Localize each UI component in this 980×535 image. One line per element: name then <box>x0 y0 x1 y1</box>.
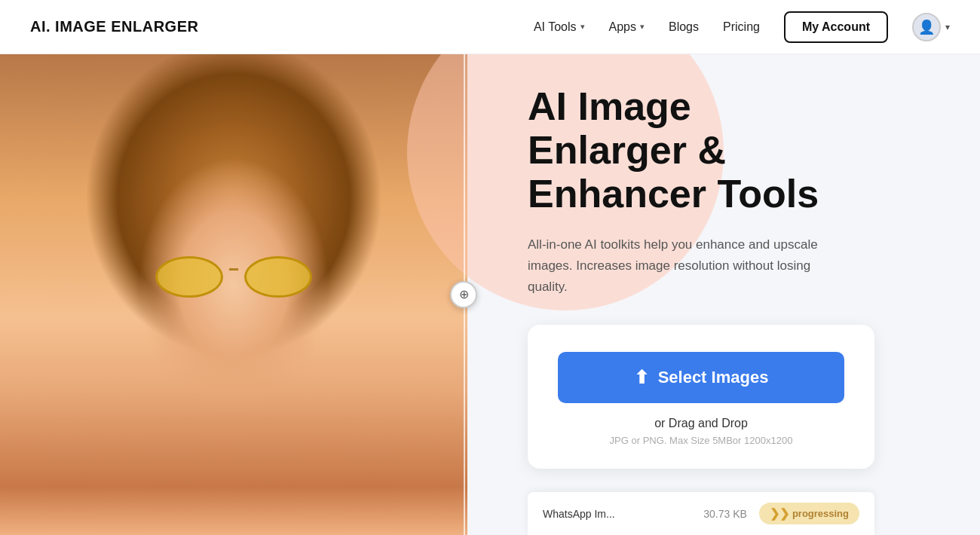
avatar[interactable]: 👤 <box>912 13 941 41</box>
hero-image <box>0 54 467 535</box>
progress-item: WhatsApp Im... 30.73 KB ❯❯ progressing <box>528 492 874 535</box>
drag-drop-text: or Drag and Drop <box>558 417 844 430</box>
progress-chevron-icon: ❯❯ <box>770 506 789 521</box>
avatar-chevron-icon: ▾ <box>945 22 950 32</box>
glass-bridge <box>229 268 238 271</box>
select-images-label: Select Images <box>658 368 769 387</box>
glasses-overlay <box>155 256 312 298</box>
my-account-button[interactable]: My Account <box>784 11 888 43</box>
progress-status-badge: ❯❯ progressing <box>759 503 859 524</box>
logo: AI. IMAGE ENLARGER <box>30 18 198 35</box>
glass-right <box>244 256 312 298</box>
avatar-icon: 👤 <box>918 19 935 35</box>
hero-title: AI Image Enlarger & Enhancer Tools <box>528 84 859 216</box>
slider-icon: ⊕ <box>459 289 469 301</box>
nav-item-pricing[interactable]: Pricing <box>723 20 760 34</box>
select-images-button[interactable]: ⬆ Select Images <box>558 352 844 403</box>
file-hint-text: JPG or PNG. Max Size 5MBor 1200x1200 <box>558 435 844 446</box>
avatar-container[interactable]: 👤 ▾ <box>912 13 950 41</box>
content-inner: AI Image Enlarger & Enhancer Tools All-i… <box>528 84 935 469</box>
upload-icon: ⬆ <box>634 367 649 388</box>
nav-label-apps: Apps <box>609 20 636 34</box>
upload-card: ⬆ Select Images or Drag and Drop JPG or … <box>528 325 874 469</box>
progress-status-label: progressing <box>792 508 849 519</box>
main-content: ⊕ AI Image Enlarger & Enhancer Tools All… <box>0 54 980 535</box>
chevron-down-icon: ▾ <box>580 22 585 32</box>
progress-section: WhatsApp Im... 30.73 KB ❯❯ progressing <box>467 492 980 535</box>
nav-label-ai-tools: AI Tools <box>534 20 577 34</box>
chevron-down-icon-apps: ▾ <box>640 22 645 32</box>
nav-label-blogs: Blogs <box>669 20 699 34</box>
nav-right: AI Tools ▾ Apps ▾ Blogs Pricing My Accou… <box>534 11 950 43</box>
nav-item-blogs[interactable]: Blogs <box>669 20 699 34</box>
nav-item-ai-tools[interactable]: AI Tools ▾ <box>534 20 585 34</box>
navbar: AI. IMAGE ENLARGER AI Tools ▾ Apps ▾ Blo… <box>0 0 980 54</box>
content-section: AI Image Enlarger & Enhancer Tools All-i… <box>467 54 980 535</box>
image-slider-handle[interactable]: ⊕ <box>450 281 477 308</box>
progress-filesize: 30.73 KB <box>703 508 747 520</box>
hero-subtitle: All-in-one AI toolkits help you enhance … <box>528 234 829 298</box>
nav-label-pricing: Pricing <box>723 20 760 34</box>
nav-item-apps[interactable]: Apps ▾ <box>609 20 645 34</box>
progress-filename: WhatsApp Im... <box>543 508 691 520</box>
glass-left <box>155 256 223 298</box>
hero-image-section: ⊕ <box>0 54 467 535</box>
